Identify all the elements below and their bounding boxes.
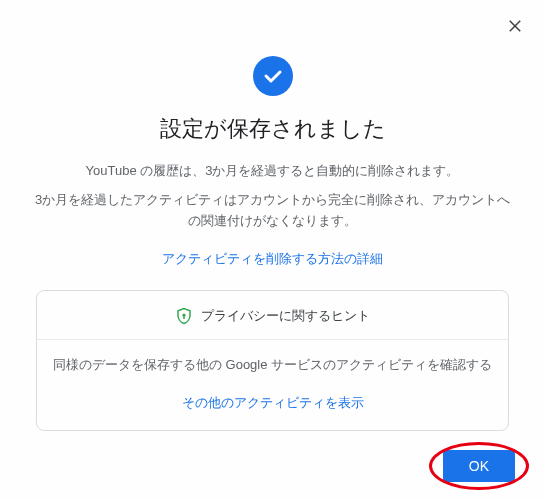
learn-more-link[interactable]: アクティビティを削除する方法の詳細: [24, 250, 521, 268]
ok-button-highlight-wrapper: OK: [443, 450, 515, 482]
checkmark-icon: [261, 64, 285, 88]
success-badge: [253, 56, 293, 96]
shield-icon: [175, 307, 193, 325]
show-other-activity-link[interactable]: その他のアクティビティを表示: [37, 390, 508, 430]
privacy-hint-card: プライバシーに関するヒント 同様のデータを保存する他の Google サービスの…: [36, 290, 509, 431]
settings-saved-dialog: 設定が保存されました YouTube の履歴は、3か月を経過すると自動的に削除さ…: [0, 0, 545, 500]
card-body-text: 同様のデータを保存する他の Google サービスのアクティビティを確認する: [37, 340, 508, 390]
dialog-description-2: 3か月を経過したアクティビティはアカウントから完全に削除され、アカウントへの関連…: [24, 190, 521, 232]
card-header: プライバシーに関するヒント: [37, 291, 508, 339]
svg-point-2: [183, 314, 185, 316]
dialog-title: 設定が保存されました: [24, 114, 521, 144]
dialog-description-1: YouTube の履歴は、3か月を経過すると自動的に削除されます。: [24, 162, 521, 180]
ok-button[interactable]: OK: [443, 450, 515, 482]
close-icon: [506, 17, 524, 35]
dialog-footer: OK: [443, 450, 515, 482]
card-header-text: プライバシーに関するヒント: [201, 307, 370, 325]
close-button[interactable]: [505, 16, 525, 36]
